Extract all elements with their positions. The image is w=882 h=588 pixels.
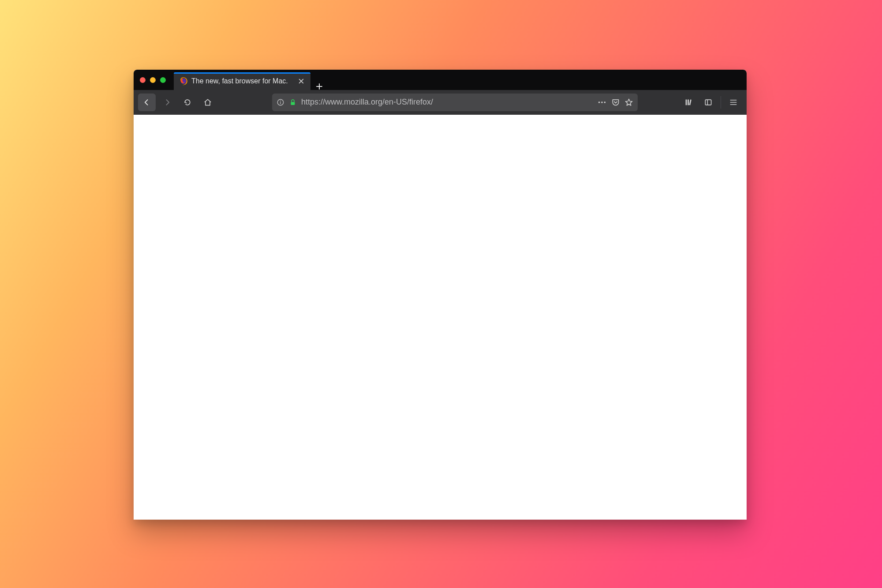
pocket-icon[interactable] <box>611 98 620 107</box>
tab-title: The new, fast browser for Mac. <box>191 77 294 85</box>
toolbar-right <box>680 94 742 111</box>
new-tab-button[interactable] <box>310 83 328 90</box>
home-button[interactable] <box>199 94 217 111</box>
library-button[interactable] <box>680 94 698 111</box>
svg-point-5 <box>598 101 600 103</box>
toolbar-divider <box>721 96 721 109</box>
tab-active-indicator <box>174 72 310 74</box>
svg-rect-11 <box>705 100 711 105</box>
sidebar-button[interactable] <box>699 94 717 111</box>
back-button[interactable] <box>138 94 156 111</box>
svg-rect-10 <box>689 99 691 105</box>
titlebar: The new, fast browser for Mac. <box>134 70 747 90</box>
toolbar: https://www.mozilla.org/en-US/firefox/ <box>134 90 747 115</box>
tab-close-button[interactable] <box>296 76 306 86</box>
lock-icon[interactable] <box>289 98 297 106</box>
app-menu-button[interactable] <box>725 94 742 111</box>
url-bar[interactable]: https://www.mozilla.org/en-US/firefox/ <box>272 94 638 111</box>
firefox-favicon-icon <box>179 77 188 86</box>
svg-rect-4 <box>291 102 295 105</box>
window-minimize-button[interactable] <box>150 77 156 83</box>
window-close-button[interactable] <box>140 77 146 83</box>
page-actions-button[interactable] <box>597 97 607 107</box>
svg-rect-3 <box>280 102 281 104</box>
page-content <box>134 115 747 520</box>
bookmark-star-icon[interactable] <box>624 98 633 107</box>
forward-button[interactable] <box>158 94 176 111</box>
tab-active[interactable]: The new, fast browser for Mac. <box>174 72 310 90</box>
svg-point-7 <box>604 101 606 103</box>
svg-rect-8 <box>686 99 687 105</box>
window-maximize-button[interactable] <box>160 77 166 83</box>
svg-point-2 <box>280 100 281 101</box>
url-text: https://www.mozilla.org/en-US/firefox/ <box>301 97 593 107</box>
site-info-icon[interactable] <box>277 98 284 106</box>
browser-window: The new, fast browser for Mac. <box>134 70 747 520</box>
reload-button[interactable] <box>179 94 196 111</box>
window-controls <box>140 70 174 90</box>
tab-strip: The new, fast browser for Mac. <box>174 70 747 90</box>
svg-rect-9 <box>688 99 689 105</box>
svg-point-6 <box>601 101 603 103</box>
